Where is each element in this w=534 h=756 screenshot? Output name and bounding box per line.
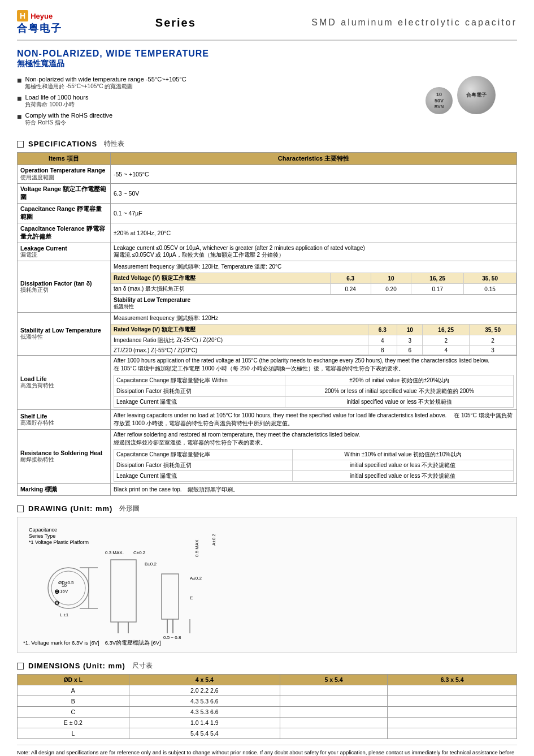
footer-note-en: Note: All design and specifications are … [17, 749, 517, 756]
dim-col-1: 4 x 5.4 [129, 675, 280, 685]
stability-label: Stability at Low Temperature 低溫特性 [18, 313, 111, 356]
dimensions-section-header: DIMENSIONS (Unit: mm) 尺寸表 [17, 661, 517, 671]
svg-text:⊖: ⊖ [54, 599, 59, 606]
op-temp-value: -55 ~ +105°C [111, 165, 517, 184]
capacitor-small: 10 50V RVN [426, 87, 453, 114]
dim-row-b: B 4.3 5.3 6.6 [18, 696, 517, 707]
dimensions-table: ØD x L 4 x 5.4 5 x 5.4 6.3 x 5.4 A 2.0 2… [17, 674, 517, 739]
package-rect-left [111, 560, 136, 622]
tan-inner-table: Rated Voltage (V) 額定工作電壓 6.3 10 16, 25 3… [111, 273, 516, 295]
svg-text:A±0.2: A±0.2 [190, 576, 202, 581]
logo-area: H Heyue 合粤电子 [17, 10, 107, 35]
voltage-label: Voltage Range 額定工作電壓範圍 [18, 184, 111, 204]
spec-table: Items 項目 Characteristics 主要特性 Operation … [17, 152, 517, 496]
dim-val-l-2 [280, 728, 388, 739]
leakage-label: Leakage Current 漏電流 [18, 243, 111, 261]
dim-row-l: L 5.4 5.4 5.4 [18, 728, 517, 739]
dim-val-b-1: 4.3 5.3 6.6 [129, 696, 280, 707]
product-image: 10 50V RVN 合粤電子 [404, 76, 517, 114]
loadlife-row1: Capacitance Change 靜電容量變化率 Within ±20% o… [114, 375, 514, 386]
svg-text:E: E [190, 595, 193, 601]
feature-text-1: Non-polarized with wide temperature rang… [25, 76, 186, 90]
dim-val-a-1: 2.0 2.2 2.6 [129, 685, 280, 696]
row-tan: Dissipation Factor (tan δ) 損耗角正切 Measure… [18, 261, 517, 295]
logo-h-icon: H [17, 10, 28, 21]
dim-val-a-2 [280, 685, 388, 696]
dim-val-c-1: 4.3 5.3 6.6 [129, 707, 280, 718]
bullet-2: ■ [17, 94, 21, 109]
header-product: SMD aluminum electrolytic capacitor [244, 18, 517, 28]
svg-text:B±0.2: B±0.2 [145, 561, 157, 567]
row-solder: Resistance to Soldering Heat 耐焊接熱特性 Afte… [18, 430, 517, 484]
feature-text-2: Load life of 1000 hours 負荷壽命 1000 小時 [25, 94, 88, 109]
loadlife-row2: Dissipation Factor 損耗角正切 200% or less of… [114, 386, 514, 397]
op-temp-label: Operation Temperature Range使用溫度範圍 [18, 165, 111, 184]
drawing-section-header: DRAWING (Unit: mm) 外形圖 [17, 504, 517, 513]
solder-row3: Leakage Current 漏電流 initial specified va… [114, 471, 514, 482]
dim-val-e-2 [280, 718, 388, 728]
svg-text:10: 10 [62, 583, 67, 588]
stability-value: Stability at Low Temperature 低溫特性 [111, 295, 517, 313]
dim-col-3: 6.3 x 5.4 [388, 675, 517, 685]
svg-text:⊕: ⊕ [54, 588, 59, 595]
section-box-dim-icon [17, 663, 24, 669]
footer-note: Note: All design and specifications are … [17, 745, 517, 756]
spec-title-en: SPECIFICATIONS [28, 140, 97, 148]
dim-val-e-1: 1.0 1.4 1.9 [129, 718, 280, 728]
dim-row-c: C 4.3 5.3 6.6 [18, 707, 517, 718]
dim-val-a-3 [388, 685, 517, 696]
stability-label-cell: Stability at Low Temperature 低溫特性 [111, 295, 516, 312]
cap-range-label: Capacitance Range 靜電容量範圍 [18, 204, 111, 223]
svg-text:16V: 16V [60, 589, 68, 594]
logo-text: Heyue [31, 12, 53, 20]
logo-cn: 合粤电子 [17, 21, 62, 35]
dim-val-b-2 [280, 696, 388, 707]
drawing-title-en: DRAWING (Unit: mm) [28, 504, 112, 513]
section-box-icon [17, 141, 24, 148]
tan-label: Dissipation Factor (tan δ) 損耗角正切 [18, 261, 111, 313]
stability-header-row: Rated Voltage (V) 額定工作電壓 6.3 10 16, 25 3… [111, 325, 516, 335]
cap-range-value: 0.1 ~ 47µF [111, 204, 517, 223]
dim-val-c-2 [280, 707, 388, 718]
cap-label: Capacitance [29, 527, 57, 533]
col-items: Items 項目 [18, 153, 111, 165]
spec-title-cn: 特性表 [104, 139, 124, 149]
row-marking: Marking 標識 Black print on the case top. … [18, 484, 517, 496]
solder-value: After reflow soldering and restored at r… [111, 430, 517, 484]
row-cap-range: Capacitance Range 靜電容量範圍 0.1 ~ 47µF [18, 204, 517, 223]
feature-item-1: ■ Non-polarized with wide temperature ra… [17, 76, 393, 90]
loadlife-value: After 1000 hours application of the rate… [111, 356, 517, 410]
row-loadlife: Load Life 高溫負荷特性 After 1000 hours applic… [18, 356, 517, 410]
tan-value: Measurement frequency 測試頻率: 120Hz, Tempe… [111, 261, 517, 295]
stability-inner-table: Rated Voltage (V) 額定工作電壓 6.3 10 16, 25 3… [111, 324, 516, 355]
dim-label-a: A [18, 685, 129, 696]
row-leakage: Leakage Current 漏電流 Leakage current ≤0.0… [18, 243, 517, 261]
svg-text:0.5 ~ 0.8: 0.5 ~ 0.8 [163, 635, 181, 640]
drawing-note: *1. Voltage mark for 6.3V is [6V] 6.3V的電… [23, 640, 511, 647]
feature-text-3: Comply with the RoHS directive 符合 RoHS 指… [25, 112, 112, 127]
stability-row1: Impedance Ratio 阻抗比 Z(-25°C) / Z(20°C) 4… [111, 335, 516, 346]
dim-row-a: A 2.0 2.2 2.6 [18, 685, 517, 696]
row-voltage: Voltage Range 額定工作電壓範圍 6.3 ~ 50V [18, 184, 517, 204]
leakage-value: Leakage current ≤0.05CV or 10µA, whichev… [111, 243, 517, 261]
cap-tol-value: ±20% at 120Hz, 20°C [111, 223, 517, 243]
dim-header-row: ØD x L 4 x 5.4 5 x 5.4 6.3 x 5.4 [18, 675, 517, 685]
marking-value: Black print on the case top. 錫殼頂部黑字印刷。 [111, 484, 517, 496]
dim-val-l-1: 5.4 5.4 5.4 [129, 728, 280, 739]
dim-label-c: C [18, 707, 129, 718]
spec-section-header: SPECIFICATIONS 特性表 [17, 139, 517, 149]
dim-label-e: E ± 0.2 [18, 718, 129, 728]
shelflife-label: Shelf Life 高溫貯存特性 [18, 410, 111, 430]
stability-inner: Measurement frequency 測試頻率: 120Hz Rated … [111, 313, 517, 356]
svg-text:C±0.2: C±0.2 [133, 550, 146, 555]
dim-label-b: B [18, 696, 129, 707]
main-title: NON-POLARIZED, WIDE TEMPERATURE [17, 49, 517, 59]
shelflife-value: After leaving capacitors under no load a… [111, 410, 517, 430]
marking-label: Marking 標識 [18, 484, 111, 496]
svg-text:A±0.2: A±0.2 [211, 534, 216, 546]
main-title-cn: 無極性寬溫品 [17, 59, 517, 69]
stability-row2: ZT/Z20 (max.) Z(-55°C) / Z(20°C) 8 6 4 3 [111, 346, 516, 355]
capacitor-large: 合粤電子 [457, 76, 496, 114]
svg-text:0.5 MAX: 0.5 MAX [194, 539, 199, 557]
dim-row-e: E ± 0.2 1.0 1.4 1.9 [18, 718, 517, 728]
